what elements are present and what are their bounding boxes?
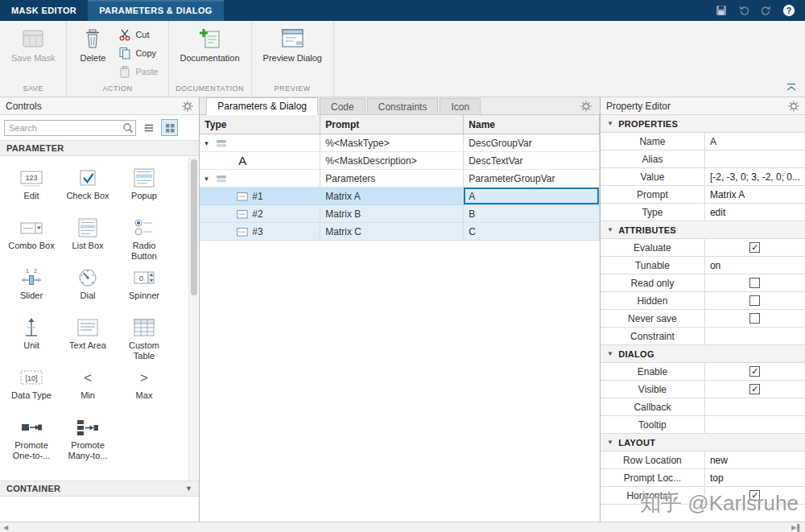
table-row[interactable]: ▾%<MaskType>DescGroupVar (200, 134, 600, 152)
control-item-unit[interactable]: Unit (3, 312, 60, 362)
tab-constraints[interactable]: Constraints (367, 98, 439, 114)
checkbox-horizontal[interactable]: ✓ (749, 490, 760, 501)
cut-button[interactable]: Cut (114, 25, 163, 43)
checkbox-hidden[interactable] (749, 295, 760, 306)
tab-code[interactable]: Code (320, 98, 365, 114)
documentation-group-label: DOCUMENTATION (174, 85, 246, 97)
control-item-promote-many-to[interactable]: Promote Many-to... (60, 412, 116, 462)
column-header-prompt[interactable]: Prompt (320, 115, 464, 134)
control-item-edit[interactable]: 123Edit (3, 163, 60, 212)
table-row[interactable]: ▾ParametersParameterGroupVar (200, 170, 600, 188)
preview-dialog-button[interactable]: Preview Dialog (257, 23, 328, 64)
control-item-popup[interactable]: Popup (116, 163, 172, 212)
tab-icon[interactable]: Icon (440, 98, 481, 114)
property-label: Prompt (601, 186, 705, 203)
tab-parameters-and-dialog[interactable]: PARAMETERS & DIALOG (88, 0, 224, 21)
gear-icon[interactable] (580, 101, 592, 112)
property-section-attributes[interactable]: ▼ATTRIBUTES (601, 221, 805, 239)
delete-button[interactable]: Delete (72, 23, 114, 64)
control-item-list-box[interactable]: List Box (60, 212, 116, 262)
property-value[interactable] (705, 398, 805, 415)
property-section-properties[interactable]: ▼PROPERTIES (601, 115, 805, 133)
control-item-text-area[interactable]: Text Area (60, 312, 116, 362)
combo-box-icon (19, 217, 44, 239)
property-row-enable: Enable✓ (601, 363, 805, 381)
parameter-section-header[interactable]: PARAMETER (0, 140, 199, 156)
control-item-combo-box[interactable]: Combo Box (3, 212, 60, 262)
save-icon[interactable] (715, 4, 728, 17)
save-mask-button[interactable]: Save Mask (5, 23, 61, 64)
gear-icon[interactable] (788, 101, 799, 112)
control-item-min[interactable]: <Min (60, 362, 116, 412)
control-item-custom-table[interactable]: Custom Table (116, 312, 172, 362)
help-icon[interactable]: ? (782, 4, 795, 17)
property-section-dialog[interactable]: ▼DIALOG (601, 345, 805, 363)
clipboard-buttons: Cut Copy Paste (114, 23, 163, 80)
property-value[interactable]: new (705, 452, 805, 468)
control-item-dial[interactable]: Dial (60, 262, 116, 312)
control-item-promote-one-to[interactable]: Promote One-to-... (3, 412, 60, 462)
property-value[interactable] (705, 416, 805, 433)
control-item-slider[interactable]: 12Slider (3, 262, 60, 312)
expander-icon[interactable]: ▾ (204, 175, 216, 183)
table-row[interactable]: #2Matrix BB (200, 205, 600, 223)
tab-mask-editor[interactable]: MASK EDITOR (0, 0, 88, 21)
property-value[interactable]: on (705, 257, 805, 274)
property-label: Visible (601, 381, 705, 398)
cell-prompt: Matrix B (320, 205, 464, 222)
collapse-ribbon-icon[interactable] (784, 82, 799, 92)
paste-button[interactable]: Paste (114, 62, 163, 80)
property-label: Value (601, 168, 705, 185)
scroll-right-controls[interactable]: ▶▌ (791, 524, 802, 531)
redo-icon[interactable] (760, 4, 773, 17)
scroll-left-icon[interactable]: ◀ (3, 524, 8, 531)
property-value[interactable]: edit (705, 204, 805, 221)
property-row-horizontal: Horizontal...✓ (601, 487, 805, 505)
group-icon (216, 174, 227, 184)
property-value[interactable] (705, 151, 805, 167)
control-item-max[interactable]: >Max (116, 362, 172, 412)
property-value[interactable] (705, 328, 805, 344)
tab-parameters-dialog[interactable]: Parameters & Dialog (206, 97, 318, 115)
checkbox-read-only[interactable] (749, 278, 760, 288)
checkbox-visible[interactable]: ✓ (749, 384, 760, 394)
undo-icon[interactable] (737, 4, 750, 17)
controls-scrollbar[interactable] (188, 157, 198, 480)
table-row[interactable]: A%<MaskDescription>DescTextVar (200, 152, 600, 170)
checkbox-never-save[interactable] (749, 313, 760, 324)
property-value[interactable]: A (705, 133, 805, 150)
save-mask-label: Save Mask (11, 53, 55, 64)
copy-button[interactable]: Copy (114, 43, 163, 62)
gear-icon[interactable] (182, 101, 193, 112)
scroll-end-icon: ▌ (797, 524, 802, 531)
expander-icon[interactable]: ▾ (204, 139, 216, 147)
control-item-radio-button[interactable]: Radio Button (116, 212, 172, 262)
column-header-type[interactable]: Type (200, 115, 320, 134)
property-section-layout[interactable]: ▼LAYOUT (601, 434, 805, 452)
chevron-down-icon[interactable]: ▼ (185, 485, 192, 493)
property-label: Callback (601, 398, 705, 415)
documentation-button[interactable]: Documentation (174, 23, 246, 64)
column-header-name[interactable]: Name (464, 115, 600, 134)
checkbox-enable[interactable]: ✓ (749, 366, 760, 377)
control-item-data-type[interactable]: [10]Data Type (3, 362, 60, 412)
property-value (705, 310, 805, 327)
control-item-check-box[interactable]: Check Box (60, 163, 116, 212)
grid-view-button[interactable] (161, 119, 178, 136)
container-section-header[interactable]: CONTAINER ▼ (0, 480, 199, 497)
table-empty-area (200, 241, 600, 522)
table-row[interactable]: #1Matrix AA (200, 188, 600, 205)
table-row[interactable]: #3Matrix CC (200, 223, 600, 241)
list-view-button[interactable] (140, 119, 157, 136)
cell-name: C (464, 223, 600, 240)
checkbox-evaluate[interactable]: ✓ (749, 242, 760, 253)
property-value[interactable]: top (705, 469, 805, 486)
control-item-spinner[interactable]: 0Spinner (116, 262, 172, 312)
copy-label: Copy (135, 48, 156, 58)
property-value[interactable]: Matrix A (705, 186, 805, 203)
property-value[interactable]: [-2, -3, 0; 3, -2, 0; 0... (705, 168, 805, 185)
scrollbar-thumb[interactable] (191, 159, 197, 295)
save-mask-icon (21, 27, 45, 51)
search-icon (122, 122, 134, 134)
search-input[interactable] (5, 123, 122, 133)
